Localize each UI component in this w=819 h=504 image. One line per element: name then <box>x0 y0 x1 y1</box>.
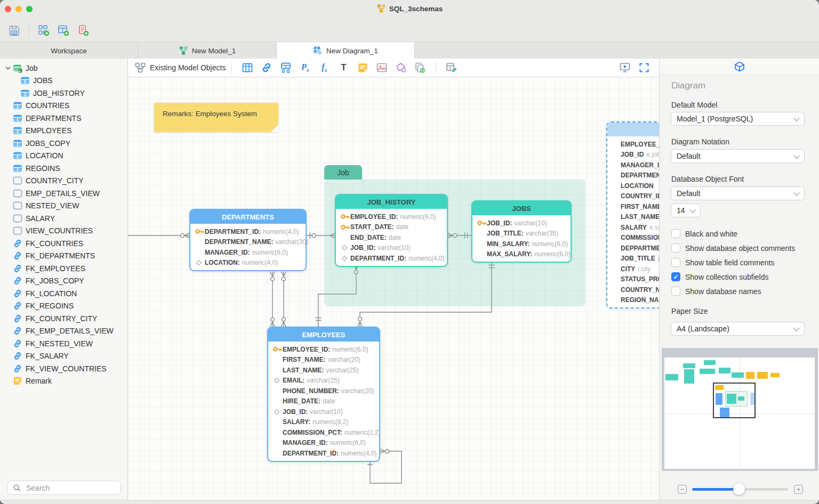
sidebar-item-fk-departments[interactable]: FK_DEPARTMENTS <box>0 250 127 263</box>
sidebar-item-fk-employees[interactable]: FK_EMPLOYEES <box>0 262 127 275</box>
zoom-slider-thumb[interactable] <box>733 483 745 495</box>
new-image-button[interactable] <box>375 61 388 74</box>
sidebar-item-jobs[interactable]: JOBS <box>0 75 127 87</box>
table-designer-button[interactable] <box>445 61 458 74</box>
sidebar-item-emp-details-view[interactable]: EMP_DETAILS_VIEW <box>0 187 127 200</box>
relationship-connector[interactable] <box>128 233 189 238</box>
new-parameter-button[interactable]: Px <box>299 61 311 74</box>
new-table-button[interactable] <box>241 61 254 74</box>
chevron-down-icon[interactable] <box>3 64 13 72</box>
sidebar-item-fk-view-countries[interactable]: FK_VIEW_COUNTRIES <box>0 362 127 375</box>
field-row: DEPARTMENT_NAMEvarchar(30) <box>190 237 306 248</box>
tab-new-model-1[interactable]: New Model_1 <box>138 42 277 59</box>
minimap-shape <box>757 372 768 379</box>
option-show-table-field-comments[interactable]: Show table field comments <box>671 258 774 267</box>
zoom-slider[interactable] <box>692 488 788 491</box>
foreign-key-diamond-icon <box>195 259 203 266</box>
search-input[interactable] <box>25 483 113 493</box>
sidebar-item-departments[interactable]: DEPARTMENTS <box>0 112 127 125</box>
field-row: STATUS_PROV <box>616 274 659 285</box>
layer-label-job[interactable]: Job <box>324 165 362 180</box>
new-report-button[interactable] <box>77 25 89 36</box>
presentation-button[interactable] <box>619 61 631 74</box>
entity-emp-details-view-selected[interactable]: EMPLOYEE_ID JOB_IDe.job_ MANAGER_ID DEPA… <box>606 121 659 308</box>
new-view-button[interactable] <box>279 61 292 74</box>
sidebar-item-location[interactable]: LOCATION <box>0 150 127 162</box>
font-size-select[interactable]: 14 <box>671 204 701 217</box>
cube-icon[interactable] <box>734 61 745 72</box>
sidebar-item-jobs-copy[interactable]: JOBS_COPY <box>0 137 127 150</box>
relationship-connector[interactable] <box>282 272 286 327</box>
sidebar-item-remark[interactable]: Remark <box>0 375 127 388</box>
field-row: MANAGER_ID <box>616 160 659 170</box>
entity-employees[interactable]: EMPLOYEES EMPLOYEE_IDnumeric(6,0) FIRST_… <box>267 327 380 462</box>
diagram-canvas[interactable]: Job Remarks: Employees System DEPARTMENT… <box>128 77 659 500</box>
tab-bar-empty <box>415 42 819 59</box>
zoom-in-button[interactable]: + <box>794 485 803 494</box>
zoom-out-button[interactable]: − <box>678 485 687 494</box>
note-remarks[interactable]: Remarks: Employees System <box>154 103 278 132</box>
checkbox[interactable] <box>671 258 680 267</box>
fullscreen-button[interactable] <box>638 61 651 74</box>
new-diagram-button[interactable] <box>58 25 69 36</box>
option-black-and-white[interactable]: Black and white <box>671 229 737 238</box>
checkbox[interactable] <box>671 243 680 253</box>
sidebar-item-country-city[interactable]: COUNTRY_CITY <box>0 175 127 188</box>
sidebar-item-job[interactable]: Job <box>0 62 127 75</box>
sidebar-item-fk-regoins[interactable]: FK_REGOINS <box>0 300 127 313</box>
option-show-database-object-comments[interactable]: Show database object comments <box>671 243 795 253</box>
existing-model-objects-button[interactable]: Existing Model Objects <box>134 62 226 74</box>
sidebar-item-fk-country-city[interactable]: FK_COUNTRY_CITY <box>0 312 127 325</box>
default-model-select[interactable]: Model_1 (PostgreSQL) <box>671 112 805 126</box>
link-icon <box>13 264 22 273</box>
checkbox[interactable] <box>671 287 680 296</box>
sidebar-item-nested-view[interactable]: NESTED_VIEW <box>0 200 127 213</box>
note-icon <box>13 376 22 386</box>
new-relation-button[interactable] <box>260 61 273 74</box>
checkbox-checked[interactable]: ✓ <box>671 272 680 281</box>
diagram-notation-select[interactable]: Default <box>671 149 805 163</box>
tab-new-diagram-1[interactable]: New Diagram_1 <box>277 42 415 59</box>
new-model-button[interactable] <box>38 25 50 36</box>
sidebar-item-regoins[interactable]: REGOINS <box>0 162 127 175</box>
sidebar-item-employees[interactable]: EMPLOYEES <box>0 125 127 137</box>
entity-job-history[interactable]: JOB_HISTORY EMPLOYEE_IDnumeric(6,0) STAR… <box>335 194 448 267</box>
sidebar-item-salary[interactable]: SALARY <box>0 212 127 225</box>
field-row: SALARYe.sala <box>616 222 659 233</box>
table-icon <box>13 151 22 160</box>
table-icon <box>13 126 22 135</box>
paper-size-select[interactable]: A4 (Landscape) <box>671 322 805 336</box>
sidebar-item-fk-salary[interactable]: FK_SALARY <box>0 350 127 363</box>
sidebar-item-fk-jobs-copy[interactable]: FK_JOBS_COPY <box>0 275 127 288</box>
model-icon <box>179 46 188 55</box>
zoom-slider-fill <box>692 488 739 491</box>
entity-departments[interactable]: DEPARTMENTS DEPARTMENT_IDnumeric(4,0) DE… <box>189 209 307 271</box>
zoom-controls: − + <box>660 478 819 500</box>
new-note-button[interactable] <box>356 61 369 74</box>
entity-jobs[interactable]: JOBS JOB_IDvarchar(10) JOB_TITLEvarchar(… <box>471 200 572 263</box>
sidebar-item-fk-emp-details-view[interactable]: FK_EMP_DETAILS_VIEW <box>0 325 127 338</box>
field-row: MAX_SALARYnumeric(6,0) <box>472 249 571 260</box>
relationship-connector[interactable] <box>270 272 275 327</box>
save-button[interactable] <box>9 25 20 36</box>
sidebar-item-view-countries[interactable]: VIEW_COUNTRIES <box>0 225 127 238</box>
sidebar-item-countries[interactable]: COUNTRIES <box>0 100 127 112</box>
option-show-database-names[interactable]: Show database names <box>671 287 761 296</box>
tab-workspace[interactable]: Workspace <box>0 42 138 59</box>
new-function-button[interactable]: fx <box>318 61 331 74</box>
foreign-key-diamond-icon <box>341 255 348 262</box>
option-show-collection-subfields[interactable]: ✓Show collection subfields <box>671 272 768 281</box>
sidebar-item-job-history[interactable]: JOB_HISTORY <box>0 87 127 100</box>
database-object-font-select[interactable]: Default <box>671 186 805 200</box>
checkbox[interactable] <box>671 229 680 238</box>
field-row: FIRST_NAMEvarchar(20) <box>268 355 379 365</box>
sidebar-item-fk-location[interactable]: FK_LOCATION <box>0 287 127 300</box>
sidebar-item-fk-nested-view[interactable]: FK_NESTED_VIEW <box>0 337 127 350</box>
sidebar-item-fk-countries[interactable]: FK_COUNTRIES <box>0 237 127 250</box>
new-shape-button[interactable] <box>395 61 407 74</box>
new-layer-button[interactable] <box>414 61 427 74</box>
tab-label: New Model_1 <box>192 47 236 55</box>
minimap[interactable] <box>662 348 818 471</box>
text-tool-button[interactable]: T <box>337 61 350 74</box>
minimap-viewport[interactable] <box>713 383 756 418</box>
